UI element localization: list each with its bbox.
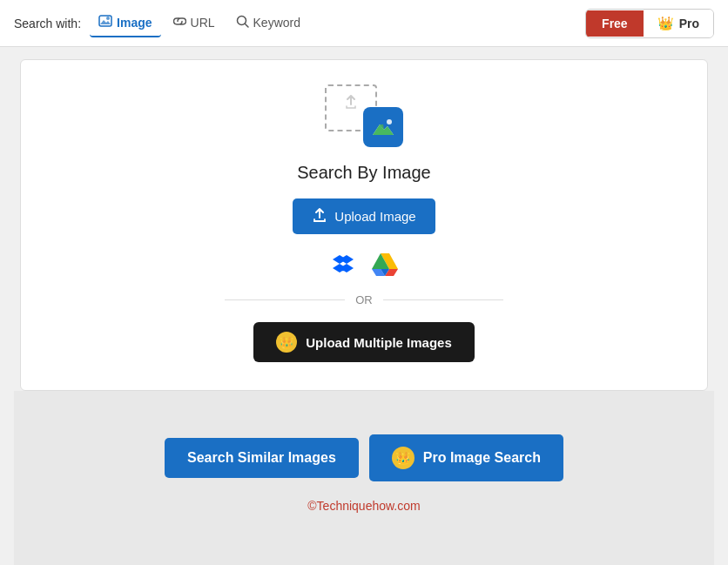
pro-crown-icon: 👑 — [657, 16, 674, 31]
pro-label: Pro — [679, 17, 699, 30]
tab-keyword-label: Keyword — [253, 16, 300, 30]
tab-keyword[interactable]: Keyword — [227, 10, 309, 37]
svg-point-4 — [387, 119, 392, 124]
upload-icon-group — [325, 84, 403, 147]
pro-button[interactable]: 👑 Pro — [644, 10, 713, 37]
or-line-right — [383, 299, 503, 300]
image-thumbnail — [363, 107, 403, 147]
dropbox-icon[interactable] — [329, 250, 357, 278]
search-with-label: Search with: — [14, 17, 81, 30]
upload-card: Search By Image Upload Image — [20, 59, 708, 391]
bottom-buttons: Search Similar Images 👑 Pro Image Search — [165, 434, 563, 481]
search-by-image-title: Search By Image — [297, 163, 430, 183]
pro-search-label: Pro Image Search — [423, 450, 541, 466]
or-text: OR — [355, 293, 373, 306]
upload-image-label: Upload Image — [334, 209, 415, 224]
tab-url[interactable]: URL — [165, 10, 224, 37]
google-drive-icon[interactable] — [371, 252, 399, 276]
copyright-text: ©Techniquehow.com — [307, 499, 420, 513]
tab-image-label: Image — [117, 16, 152, 30]
or-divider: OR — [225, 293, 503, 306]
free-pro-toggle: Free 👑 Pro — [585, 9, 714, 38]
search-similar-button[interactable]: Search Similar Images — [165, 438, 359, 478]
tab-image[interactable]: Image — [90, 9, 160, 37]
toolbar-left: Search with: Image — [14, 9, 309, 37]
upload-image-button[interactable]: Upload Image — [293, 198, 435, 234]
or-line-left — [225, 299, 345, 300]
upload-icon — [312, 207, 327, 225]
cloud-icons — [329, 250, 399, 278]
pro-search-button[interactable]: 👑 Pro Image Search — [369, 434, 563, 481]
main-area: Search By Image Upload Image — [0, 47, 728, 565]
multi-upload-label: Upload Multiple Images — [306, 335, 452, 350]
tab-group: Image URL — [90, 9, 309, 37]
tab-url-label: URL — [191, 16, 215, 30]
bottom-section: Search Similar Images 👑 Pro Image Search… — [14, 391, 714, 565]
pro-search-crown-icon: 👑 — [392, 447, 415, 469]
url-tab-icon — [173, 15, 186, 30]
svg-point-0 — [106, 17, 110, 20]
image-tab-icon — [98, 14, 112, 30]
multi-upload-crown-icon: 👑 — [276, 332, 297, 353]
mountain-icon — [371, 118, 395, 137]
keyword-tab-icon — [236, 15, 249, 30]
svg-rect-1 — [99, 16, 111, 26]
upload-arrow-icon — [342, 93, 360, 111]
free-button[interactable]: Free — [586, 10, 644, 37]
svg-line-3 — [245, 24, 248, 27]
multi-upload-button[interactable]: 👑 Upload Multiple Images — [253, 322, 475, 362]
toolbar: Search with: Image — [0, 0, 728, 47]
